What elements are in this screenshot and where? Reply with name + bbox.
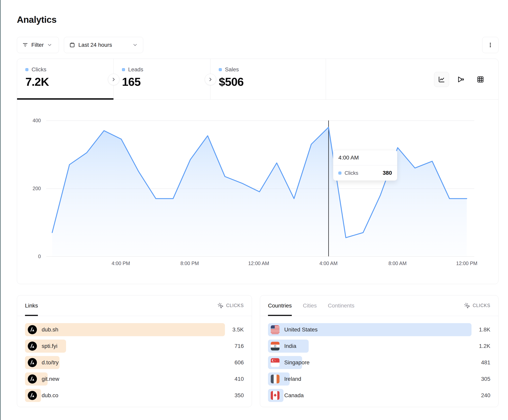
link-clicks: 3.5K	[232, 323, 244, 336]
tab-countries[interactable]: Countries	[268, 295, 292, 316]
country-row[interactable]: India 1.2K	[268, 340, 490, 353]
expand-leads-button[interactable]	[205, 74, 216, 85]
us-flag-icon	[271, 325, 279, 334]
country-label: Ireland	[284, 376, 301, 382]
x-tick: 8:00 AM	[382, 261, 413, 266]
link-clicks: 410	[234, 372, 244, 385]
cursor-click-icon	[464, 303, 470, 309]
dub-logo-icon	[28, 341, 37, 351]
ireland-flag-icon	[271, 375, 279, 383]
tab-label: Countries	[268, 303, 292, 309]
tab-continents[interactable]: Continents	[328, 295, 354, 316]
dub-logo-icon	[28, 391, 37, 400]
x-tick: 8:00 PM	[174, 261, 206, 266]
country-row[interactable]: Singapore 481	[268, 356, 490, 369]
chevron-right-icon	[111, 77, 116, 82]
singapore-flag-icon	[271, 358, 279, 367]
dub-logo-icon	[28, 358, 37, 367]
chart-tooltip: 4:00 AM Clicks 380	[333, 150, 397, 181]
filter-icon	[22, 42, 28, 48]
country-clicks: 240	[481, 389, 490, 402]
dub-logo-icon	[28, 374, 37, 384]
tab-label: Links	[25, 303, 38, 309]
expand-clicks-button[interactable]	[108, 74, 120, 85]
x-tick: 12:00 PM	[451, 261, 483, 266]
calendar-icon	[69, 42, 75, 48]
x-tick: 4:00 PM	[105, 261, 137, 266]
cursor-click-icon	[217, 303, 224, 309]
tooltip-value: 380	[383, 170, 392, 176]
countries-list: United States 1.8K India 1.2K Singapore …	[260, 316, 498, 402]
country-row[interactable]: United States 1.8K	[268, 323, 490, 336]
country-row[interactable]: Ireland 305	[268, 372, 490, 385]
metric-column-label: CLICKS	[226, 303, 244, 308]
link-label: dub.co	[42, 392, 58, 398]
link-label: dub.sh	[42, 326, 58, 333]
india-flag-icon	[271, 342, 279, 350]
chevron-down-icon	[47, 42, 52, 48]
tab-label: Continents	[328, 303, 354, 309]
canada-flag-icon	[271, 391, 279, 400]
dub-logo-icon	[28, 325, 37, 334]
country-label: India	[284, 343, 296, 349]
countries-panel: Countries Cities Continents CLICKS Unite…	[260, 295, 499, 407]
tab-links[interactable]: Links	[25, 295, 38, 316]
filter-button[interactable]: Filter	[17, 37, 59, 53]
link-clicks: 716	[234, 340, 244, 353]
country-row[interactable]: Canada 240	[268, 389, 490, 402]
link-label: spti.fyi	[42, 343, 57, 349]
date-range-button[interactable]: Last 24 hours	[64, 37, 143, 53]
filter-label: Filter	[31, 42, 44, 48]
active-tab-underline	[25, 315, 38, 316]
chevron-right-icon	[208, 77, 213, 82]
country-label: United States	[284, 326, 318, 333]
x-tick: 4:00 AM	[313, 261, 344, 266]
link-row[interactable]: d.to/try 606	[25, 356, 244, 369]
link-row[interactable]: git.new 410	[25, 372, 244, 385]
tooltip-time: 4:00 AM	[333, 150, 397, 166]
analytics-card: Clicks 7.2K Leads 165 Sales $506	[17, 59, 499, 284]
chevron-down-icon	[132, 42, 138, 48]
page-title: Analytics	[17, 14, 57, 25]
link-row[interactable]: dub.co 350	[25, 389, 244, 402]
x-tick: 12:00 AM	[243, 261, 275, 266]
more-options-button[interactable]	[482, 37, 499, 53]
date-range-label: Last 24 hours	[78, 42, 112, 48]
link-label: d.to/try	[42, 359, 59, 366]
link-label: git.new	[42, 376, 59, 382]
links-metric-selector[interactable]: CLICKS	[217, 303, 244, 309]
country-clicks: 305	[481, 372, 490, 385]
metric-column-label: CLICKS	[473, 303, 490, 308]
country-clicks: 1.2K	[479, 340, 490, 353]
tooltip-series-label: Clicks	[344, 170, 380, 176]
clicks-area-chart[interactable]	[17, 59, 499, 284]
link-clicks: 350	[234, 389, 244, 402]
window-edge	[0, 0, 0, 420]
country-clicks: 1.8K	[479, 323, 490, 336]
kebab-icon	[487, 42, 493, 48]
country-label: Singapore	[284, 359, 310, 366]
countries-metric-selector[interactable]: CLICKS	[464, 303, 490, 309]
links-list: dub.sh 3.5K spti.fyi 716 d.to/try 606	[17, 316, 252, 402]
link-row[interactable]: spti.fyi 716	[25, 340, 244, 353]
active-tab-underline	[268, 315, 292, 316]
link-clicks: 606	[234, 356, 244, 369]
clicks-series-marker	[338, 172, 341, 174]
link-row[interactable]: dub.sh 3.5K	[25, 323, 244, 336]
tab-cities[interactable]: Cities	[303, 295, 317, 316]
country-clicks: 481	[481, 356, 490, 369]
links-panel: Links CLICKS dub.sh 3.5K spti.fyi 716	[17, 295, 252, 407]
country-label: Canada	[284, 392, 304, 398]
tab-label: Cities	[303, 303, 317, 309]
